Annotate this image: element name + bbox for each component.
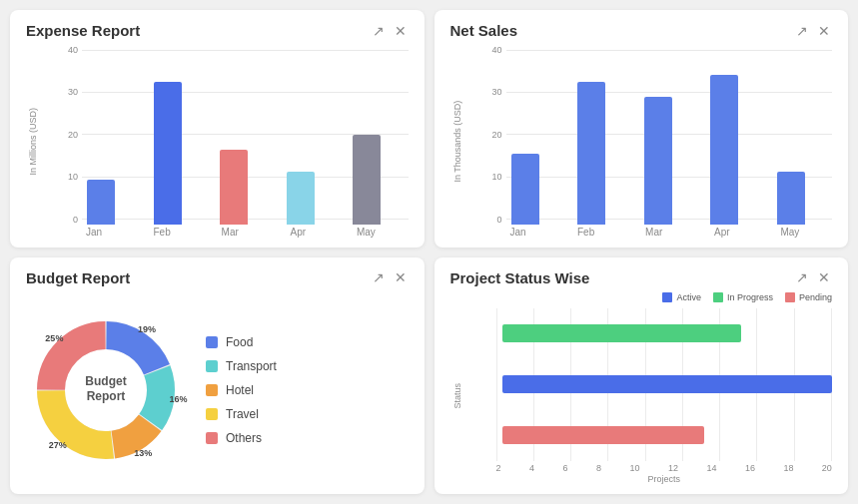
bar: [710, 75, 738, 225]
net-sales-chart: In Thousands (USD) 40 30 20 10 0: [450, 45, 833, 238]
hbar-row: [464, 322, 833, 344]
legend-color: [206, 384, 218, 396]
bar: [154, 82, 182, 225]
hbar-row: [464, 373, 833, 395]
hbar-x-tick: 16: [745, 463, 755, 473]
legend-color: [206, 360, 218, 372]
project-status-title: Project Status Wise: [450, 269, 590, 286]
hbar-x-tick: 20: [822, 463, 832, 473]
budget-donut: BudgetReport 19%16%13%27%25%: [26, 310, 186, 470]
x-axis-label: May: [776, 227, 804, 238]
legend-color-dot: [662, 292, 672, 302]
project-legend: ActiveIn ProgressPending: [450, 292, 833, 302]
hbar-bar: [502, 375, 833, 393]
net-sales-actions: ↗ ✕: [794, 24, 832, 38]
net-sales-expand-btn[interactable]: ↗: [794, 24, 810, 38]
net-sales-title: Net Sales: [450, 22, 518, 39]
expense-report-card: Expense Report ↗ ✕ In Millions (USD) 40 …: [10, 10, 425, 248]
net-sales-close-btn[interactable]: ✕: [816, 24, 832, 38]
hbar-x-tick: 12: [668, 463, 678, 473]
hbar-x-tick: 2: [496, 463, 501, 473]
project-legend-item: Pending: [785, 292, 832, 302]
budget-report-card: Budget Report ↗ ✕ BudgetReport 19%16%13%…: [10, 257, 425, 495]
budget-report-chart: BudgetReport 19%16%13%27%25% FoodTranspo…: [26, 292, 409, 485]
budget-legend-item: Transport: [206, 359, 277, 373]
net-sales-y-label: In Thousands (USD): [450, 45, 462, 238]
hbar-x-tick: 4: [529, 463, 534, 473]
expense-report-header: Expense Report ↗ ✕: [26, 22, 409, 39]
bar: [577, 82, 605, 225]
bar: [511, 154, 539, 225]
bar: [353, 135, 381, 225]
x-axis-label: Mar: [216, 227, 244, 238]
hbar-bar: [502, 426, 705, 444]
hbar-x-tick: 10: [629, 463, 639, 473]
legend-color-dot: [713, 292, 723, 302]
bar: [287, 172, 315, 225]
bar: [644, 97, 672, 225]
legend-color: [206, 432, 218, 444]
expense-y-label: In Millions (USD): [26, 45, 38, 238]
donut-segment: [151, 370, 161, 422]
dashboard: Expense Report ↗ ✕ In Millions (USD) 40 …: [0, 0, 858, 504]
bar: [220, 150, 248, 225]
hbar-bar: [502, 324, 742, 342]
budget-legend-item: Others: [206, 431, 277, 445]
donut-center-label: BudgetReport: [85, 374, 126, 405]
project-y-label: Status: [452, 383, 462, 409]
x-axis-label: Feb: [572, 227, 600, 238]
expense-report-close-btn[interactable]: ✕: [393, 24, 409, 38]
budget-report-actions: ↗ ✕: [371, 270, 409, 284]
x-axis-label: Apr: [284, 227, 312, 238]
budget-report-close-btn[interactable]: ✕: [393, 270, 409, 284]
expense-report-title: Expense Report: [26, 22, 140, 39]
bar: [87, 180, 115, 225]
x-axis-label: Mar: [640, 227, 668, 238]
project-legend-item: In Progress: [713, 292, 773, 302]
x-axis-label: Apr: [708, 227, 736, 238]
expense-report-actions: ↗ ✕: [371, 24, 409, 38]
budget-report-header: Budget Report ↗ ✕: [26, 269, 409, 286]
expense-report-chart: In Millions (USD) 40 30 20 10 0: [26, 45, 409, 238]
project-status-card: Project Status Wise ↗ ✕ ActiveIn Progres…: [434, 257, 849, 495]
project-legend-item: Active: [662, 292, 701, 302]
budget-legend-item: Travel: [206, 407, 277, 421]
budget-legend: FoodTransportHotelTravelOthers: [206, 335, 277, 445]
legend-color: [206, 336, 218, 348]
project-status-chart: ActiveIn ProgressPending Status: [450, 292, 833, 485]
hbar-x-tick: 18: [783, 463, 793, 473]
x-axis-label: Feb: [148, 227, 176, 238]
budget-legend-item: Food: [206, 335, 277, 349]
project-status-expand-btn[interactable]: ↗: [794, 270, 810, 284]
budget-report-title: Budget Report: [26, 269, 130, 286]
expense-report-expand-btn[interactable]: ↗: [371, 24, 387, 38]
net-sales-card: Net Sales ↗ ✕ In Thousands (USD) 40 30 2…: [434, 10, 849, 248]
legend-label: Hotel: [226, 383, 254, 397]
legend-label: Travel: [226, 407, 259, 421]
legend-label: Others: [226, 431, 262, 445]
project-status-actions: ↗ ✕: [794, 270, 832, 284]
bar: [777, 172, 805, 225]
hbar-x-tick: 8: [596, 463, 601, 473]
net-sales-header: Net Sales ↗ ✕: [450, 22, 833, 39]
x-axis-label: May: [352, 227, 380, 238]
hbar-x-tick: 6: [562, 463, 567, 473]
donut-segment: [106, 335, 156, 369]
hbar-x-tick: 14: [706, 463, 716, 473]
project-status-close-btn[interactable]: ✕: [816, 270, 832, 284]
budget-legend-item: Hotel: [206, 383, 277, 397]
legend-label: Food: [226, 335, 253, 349]
legend-color: [206, 408, 218, 420]
legend-label: Transport: [226, 359, 277, 373]
x-axis-label: Jan: [80, 227, 108, 238]
legend-color-dot: [785, 292, 795, 302]
project-x-title: Projects: [464, 474, 833, 484]
project-status-header: Project Status Wise ↗ ✕: [450, 269, 833, 286]
donut-segment: [113, 422, 150, 444]
x-axis-label: Jan: [504, 227, 532, 238]
hbar-row: [464, 424, 833, 446]
budget-report-expand-btn[interactable]: ↗: [371, 270, 387, 284]
